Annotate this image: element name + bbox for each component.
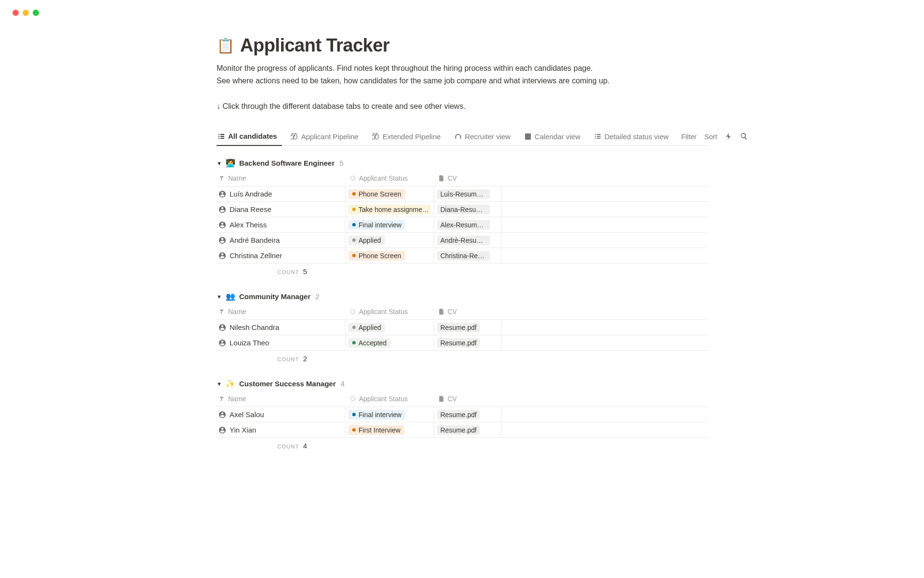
tab-extended-pipeline[interactable]: Extended Pipeline — [371, 128, 446, 145]
database-tabs: All candidatesApplicant PipelineExtended… — [217, 128, 707, 146]
group-header[interactable]: ▼ 👥 Community Manager 2 — [217, 289, 707, 304]
table-row[interactable]: Yin Xian First Interview Resume.pdf — [217, 422, 707, 438]
view-icon — [291, 132, 298, 140]
toggle-triangle-icon[interactable]: ▼ — [217, 294, 222, 300]
toggle-triangle-icon[interactable]: ▼ — [217, 381, 222, 387]
person-icon — [218, 221, 226, 229]
group-footer: COUNT 5 — [217, 263, 707, 279]
cv-chip[interactable]: Christina-Resu… — [437, 251, 490, 261]
group-name: Community Manager — [239, 292, 310, 301]
person-icon — [218, 411, 226, 419]
cv-chip[interactable]: Luìs-Resume.p… — [437, 189, 490, 199]
tab-label: Recruiter view — [465, 132, 511, 141]
applicant-name: Nilesh Chandra — [230, 323, 279, 331]
status-pill[interactable]: Take home assignme… — [348, 205, 431, 214]
status-dot-icon — [352, 254, 356, 257]
status-dot-icon — [352, 208, 356, 211]
cv-chip[interactable]: Andrè-Resume… — [437, 236, 490, 245]
count-value: 4 — [303, 442, 307, 450]
page-title: Applicant Tracker — [240, 35, 389, 56]
tab-label: Extended Pipeline — [383, 132, 441, 141]
status-pill[interactable]: Final interview — [348, 410, 405, 420]
minimize-window-icon[interactable] — [23, 10, 29, 16]
group-name: Backend Software Engineer — [239, 159, 334, 167]
status-label: Final interview — [359, 221, 401, 229]
group-footer: COUNT 4 — [217, 438, 707, 454]
svg-point-0 — [351, 176, 355, 181]
person-icon — [218, 324, 226, 331]
applicant-name: Alex Theiss — [230, 221, 267, 229]
tab-all-candidates[interactable]: All candidates — [217, 128, 282, 146]
columns-header: Name Applicant Status CV — [217, 304, 707, 320]
count-label-text: COUNT — [277, 269, 299, 275]
toggle-triangle-icon[interactable]: ▼ — [217, 160, 222, 166]
status-label: Applied — [359, 324, 381, 331]
tab-label: Calendar view — [535, 132, 580, 141]
tab-applicant-pipeline[interactable]: Applicant Pipeline — [290, 128, 363, 145]
status-label: Final interview — [359, 411, 401, 419]
cv-chip[interactable]: Alex-Resume.… — [437, 220, 490, 230]
applicant-name: Axel Salou — [230, 410, 264, 419]
group-header[interactable]: ▼ 👩‍💻 Backend Software Engineer 5 — [217, 156, 707, 171]
columns-header: Name Applicant Status CV — [217, 171, 707, 186]
applicant-name: Louiza Theo — [230, 339, 269, 347]
status-pill[interactable]: Applied — [348, 323, 385, 332]
status-dot-icon — [352, 341, 356, 344]
status-pill[interactable]: Phone Screen — [348, 251, 405, 261]
status-dot-icon — [352, 413, 356, 416]
status-pill[interactable]: Accepted — [348, 338, 390, 348]
column-header-status: Applicant Status — [359, 308, 408, 315]
cv-chip[interactable]: Resume.pdf — [437, 410, 480, 420]
filter-button[interactable]: Filter — [681, 133, 696, 141]
view-icon — [218, 132, 225, 140]
status-property-icon — [349, 175, 356, 182]
table-row[interactable]: Axel Salou Final interview Resume.pdf — [217, 407, 707, 422]
applicant-name: Yin Xian — [230, 426, 256, 434]
status-label: Phone Screen — [359, 252, 401, 260]
count-label-text: COUNT — [277, 356, 299, 362]
table-row[interactable]: Diana Reese Take home assignme… Diana-Re… — [217, 202, 707, 217]
status-pill[interactable]: Applied — [348, 236, 385, 245]
cv-chip[interactable]: Resume.pdf — [437, 338, 480, 348]
tab-recruiter-view[interactable]: Recruiter view — [453, 128, 515, 145]
table-row[interactable]: Louiza Theo Accepted Resume.pdf — [217, 335, 707, 351]
status-dot-icon — [352, 223, 356, 226]
table-row[interactable]: Alex Theiss Final interview Alex-Resume.… — [217, 217, 707, 233]
column-header-cv: CV — [448, 395, 457, 403]
tab-detailed-status-view[interactable]: Detailed status view — [593, 128, 673, 145]
status-pill[interactable]: First Interview — [348, 425, 404, 435]
cv-chip[interactable]: Resume.pdf — [437, 323, 480, 332]
applicant-name: Christina Zellner — [230, 251, 282, 260]
maximize-window-icon[interactable] — [33, 10, 39, 16]
group-header[interactable]: ▼ ✨ Customer Success Manager 4 — [217, 376, 707, 391]
file-property-icon — [438, 308, 445, 315]
tab-calendar-view[interactable]: Calendar view — [523, 128, 585, 145]
table-row[interactable]: André Bandeira Applied Andrè-Resume… — [217, 233, 707, 248]
search-icon[interactable] — [740, 132, 748, 142]
status-pill[interactable]: Phone Screen — [348, 189, 405, 199]
group-emoji-icon: 👥 — [226, 292, 235, 301]
cv-chip[interactable]: Resume.pdf — [437, 425, 480, 435]
group-emoji-icon: 👩‍💻 — [226, 158, 235, 168]
window-traffic-lights — [0, 0, 924, 16]
bolt-icon[interactable] — [725, 132, 732, 142]
column-header-cv: CV — [448, 174, 457, 182]
views-hint: ↓ Click through the different database t… — [217, 102, 707, 111]
person-icon — [218, 206, 226, 213]
table-row[interactable]: Luís Andrade Phone Screen Luìs-Resume.p… — [217, 186, 707, 202]
status-pill[interactable]: Final interview — [348, 220, 405, 230]
status-label: Applied — [359, 236, 381, 244]
person-icon — [218, 236, 226, 244]
tab-label: All candidates — [228, 132, 277, 140]
close-window-icon[interactable] — [13, 10, 19, 16]
person-icon — [218, 339, 226, 347]
table-row[interactable]: Christina Zellner Phone Screen Christina… — [217, 248, 707, 263]
sort-button[interactable]: Sort — [705, 133, 718, 141]
status-dot-icon — [352, 238, 356, 242]
cv-chip[interactable]: Diana-Resume… — [437, 205, 490, 214]
text-property-icon — [218, 308, 225, 315]
group-footer: COUNT 2 — [217, 351, 707, 367]
text-property-icon — [218, 395, 225, 402]
view-icon — [372, 132, 380, 140]
table-row[interactable]: Nilesh Chandra Applied Resume.pdf — [217, 320, 707, 335]
